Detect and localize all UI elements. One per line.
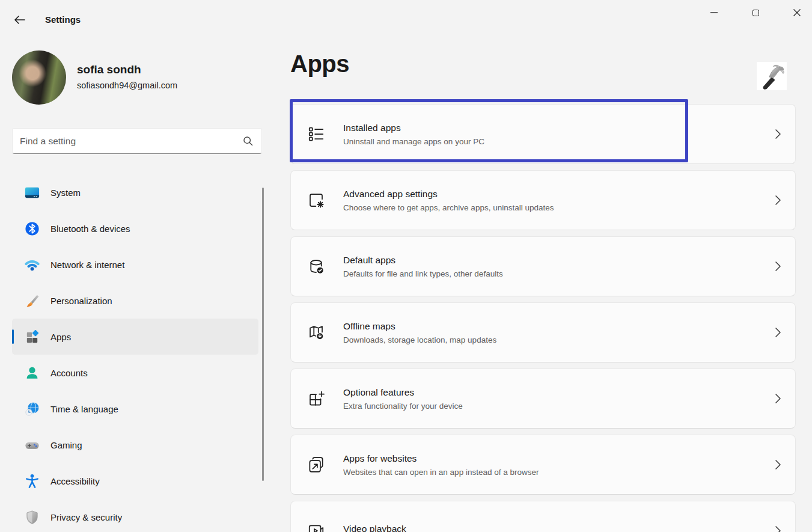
chevron-right-icon xyxy=(775,195,781,205)
settings-window: { "window": { "title": "Settings", "cont… xyxy=(0,0,812,532)
card-subtitle: Uninstall and manage apps on your PC xyxy=(343,137,484,146)
offline-maps-icon xyxy=(307,323,325,341)
sidebar-item-label: Network & internet xyxy=(50,260,124,270)
card-subtitle: Websites that can open in an app instead… xyxy=(343,468,539,477)
card-subtitle: Extra functionality for your device xyxy=(343,402,463,411)
search-input[interactable] xyxy=(13,129,243,153)
card-advanced-app-settings[interactable]: Advanced app settings Choose where to ge… xyxy=(290,170,796,230)
sidebar-item-label: Time & language xyxy=(50,404,118,414)
sidebar-item-accounts[interactable]: Accounts xyxy=(12,355,258,391)
page-title: Apps xyxy=(290,50,349,78)
search-icon xyxy=(243,136,253,146)
system-icon xyxy=(24,185,40,201)
sidebar-item-time-language[interactable]: Time & language xyxy=(12,391,258,427)
time-language-icon xyxy=(24,401,40,417)
sidebar-item-label: Personalization xyxy=(50,296,112,306)
avatar[interactable] xyxy=(12,50,66,105)
network-icon xyxy=(24,257,40,273)
sidebar-item-accessibility[interactable]: Accessibility xyxy=(12,463,258,499)
apps-for-websites-icon xyxy=(307,456,325,474)
chevron-right-icon xyxy=(775,129,781,139)
close-button[interactable] xyxy=(783,2,811,23)
card-title: Advanced app settings xyxy=(343,189,554,200)
card-default-apps[interactable]: Default apps Defaults for file and link … xyxy=(290,236,796,296)
sidebar-item-apps[interactable]: Apps xyxy=(12,319,258,355)
installed-apps-icon xyxy=(307,125,325,143)
sidebar-item-label: System xyxy=(50,188,81,198)
card-title: Optional features xyxy=(343,387,463,398)
sidebar-scrollbar[interactable] xyxy=(262,188,264,481)
card-subtitle: Downloads, storage location, map updates xyxy=(343,335,496,344)
card-title: Apps for websites xyxy=(343,453,539,464)
apps-icon xyxy=(24,329,40,345)
close-icon xyxy=(793,9,801,16)
advanced-app-settings-icon xyxy=(307,191,325,209)
video-playback-icon xyxy=(307,522,325,532)
sidebar-nav: System Bluetooth & devices Network & int… xyxy=(0,174,263,532)
user-name: sofia sondh xyxy=(77,63,141,76)
search-box xyxy=(12,128,262,154)
settings-cards: Installed apps Uninstall and manage apps… xyxy=(290,104,796,532)
maximize-button[interactable] xyxy=(742,2,769,23)
default-apps-icon xyxy=(307,257,325,275)
sidebar-item-label: Accessibility xyxy=(50,476,100,486)
chevron-right-icon xyxy=(775,394,781,403)
card-offline-maps[interactable]: Offline maps Downloads, storage location… xyxy=(290,302,796,362)
sidebar-item-label: Accounts xyxy=(50,368,88,378)
sidebar-item-label: Bluetooth & devices xyxy=(50,224,130,234)
sidebar-item-label: Gaming xyxy=(50,440,82,450)
minimize-icon xyxy=(710,12,718,13)
sidebar-item-privacy-security[interactable]: Privacy & security xyxy=(12,499,258,532)
chevron-right-icon xyxy=(775,526,781,532)
sidebar-item-network[interactable]: Network & internet xyxy=(12,246,258,283)
window-controls xyxy=(700,2,811,23)
card-title: Offline maps xyxy=(343,321,496,332)
card-apps-for-websites[interactable]: Apps for websites Websites that can open… xyxy=(290,435,796,495)
back-arrow-icon xyxy=(13,15,26,25)
window-title: Settings xyxy=(45,14,81,25)
card-title: Default apps xyxy=(343,255,503,266)
sidebar-item-personalization[interactable]: Personalization xyxy=(12,283,258,319)
accessibility-icon xyxy=(24,473,40,489)
chevron-right-icon xyxy=(775,460,781,469)
card-optional-features[interactable]: Optional features Extra functionality fo… xyxy=(290,368,796,429)
gaming-icon xyxy=(24,437,40,453)
minimize-button[interactable] xyxy=(700,2,728,23)
personalization-icon xyxy=(24,293,40,309)
maximize-icon xyxy=(752,10,759,16)
card-subtitle: Choose where to get apps, archive apps, … xyxy=(343,203,554,212)
user-email: sofiasondh94@gmail.com xyxy=(77,81,177,90)
hammer-image xyxy=(757,62,787,90)
privacy-security-icon xyxy=(24,509,40,525)
sidebar-item-label: Privacy & security xyxy=(50,512,122,522)
bluetooth-icon xyxy=(24,221,40,237)
sidebar-item-system[interactable]: System xyxy=(12,174,258,210)
sidebar-item-bluetooth[interactable]: Bluetooth & devices xyxy=(12,210,258,246)
card-installed-apps[interactable]: Installed apps Uninstall and manage apps… xyxy=(290,104,796,164)
card-subtitle: Defaults for file and link types, other … xyxy=(343,269,503,278)
card-video-playback[interactable]: Video playback xyxy=(290,501,796,532)
sidebar-item-gaming[interactable]: Gaming xyxy=(12,427,258,463)
card-title: Video playback xyxy=(343,524,406,532)
optional-features-icon xyxy=(307,390,325,408)
card-title: Installed apps xyxy=(343,123,484,133)
chevron-right-icon xyxy=(775,261,781,271)
chevron-right-icon xyxy=(775,328,781,337)
sidebar-item-label: Apps xyxy=(50,332,71,342)
accounts-icon xyxy=(24,365,40,381)
back-button[interactable] xyxy=(11,12,28,28)
